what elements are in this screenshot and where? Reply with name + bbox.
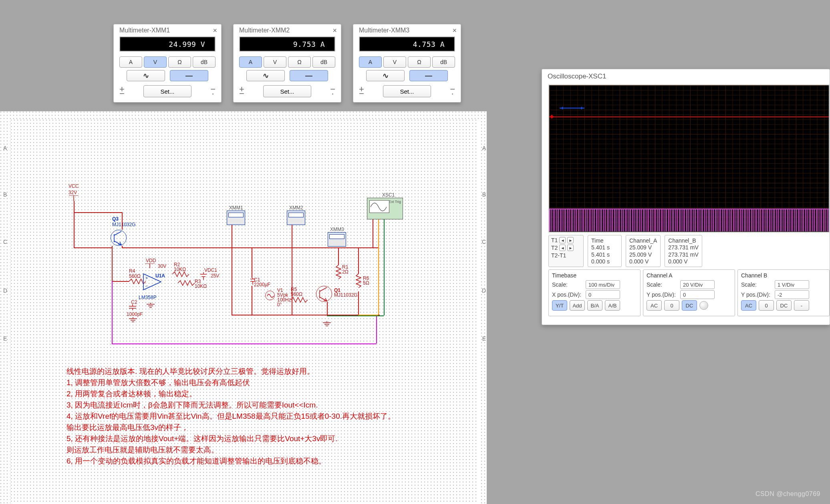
svg-text:−: − [145,283,148,288]
multimeter-xmm3[interactable]: Multimeter-XMM3 × 4.753 A A V Ω dB ∿ ― +… [353,24,461,102]
v1-a: 5Vpk [277,292,288,298]
cha-ypos-input[interactable]: 0 [680,290,715,299]
annotation-line: 4, 运放和Vref的电压需要用Vin甚至比Vin高。但是LM358最高只能正负… [66,411,395,422]
readout-value: 25.009 V [629,244,657,251]
mode-button-db[interactable]: dB [193,56,216,68]
oscilloscope-symbol[interactable]: Ext Trig [367,198,403,219]
v1-ref: V1 [277,287,283,293]
battery-icon [199,272,208,281]
cap-icon [128,304,137,311]
ypos-label: Y pos.(Div): [647,291,678,298]
panel-title: Timebase [552,272,637,279]
annotation-line: 2, 用两管复合或者达林顿，输出稳定。 [66,388,197,400]
btn-cha-ac[interactable]: AC [647,300,662,311]
annotation-line: 则运放工作电压就是辅助电压就不需要太高。 [66,444,219,456]
close-icon[interactable]: × [213,27,217,34]
cursor-left-button[interactable]: ◄ [559,237,566,243]
mode-button-a[interactable]: A [359,56,382,68]
timebase-scale-input[interactable]: 100 ms/Div [586,280,620,289]
multimeter-title: Multimeter-XMM2 [239,27,290,34]
mode-button-a[interactable]: A [239,56,262,68]
oscilloscope-readout: T1◄► T2◄► T2-T1 Time 5.401 s 5.401 s 0.0… [548,235,830,267]
wave-sine-button[interactable]: ∿ [246,70,285,81]
wave-dc-button[interactable]: ― [290,70,328,81]
cap-icon [248,278,256,286]
readout-header-cha: Channel_A [629,237,657,244]
opamp-icon[interactable]: +− [143,273,163,291]
btn-ab[interactable]: A/B [605,300,620,311]
ypos-label: Y pos.(Div): [741,291,772,298]
cha-knob[interactable] [699,301,708,310]
xmm2-symbol[interactable] [287,211,305,225]
xmm1-symbol[interactable] [227,211,245,225]
mode-button-ohm[interactable]: Ω [408,56,431,68]
r4-ref: R4 [129,268,135,274]
annotation-line: 3, 因为电流接近Icm时，β会急剧下降而无法调整。所以可能需要Iout<<Ic… [66,400,318,411]
schematic-sheet[interactable]: A B C D E A B C D E VCC 32V Q3 MJ11032G [0,111,487,504]
r1-ref: R1 [342,264,348,270]
readout-value: 273.731 mV [668,251,699,258]
cursor-t2-label: T2 [551,245,558,251]
set-button[interactable]: Set... [143,85,191,97]
mode-button-v[interactable]: V [383,56,406,68]
ruler-mark: C [3,239,7,245]
trace-channel-b-fill [549,209,829,231]
btn-chb-ac[interactable]: AC [741,300,756,311]
set-button[interactable]: Set... [263,85,311,97]
btn-add[interactable]: Add [570,300,585,311]
mode-button-a[interactable]: A [119,56,142,68]
chb-ypos-input[interactable]: -2 [775,290,809,299]
panel-title: Channel B [741,272,826,279]
transistor-q3[interactable] [111,230,127,246]
transistor-q1[interactable] [316,286,332,302]
chb-scale-input[interactable]: 1 V/Div [775,280,809,289]
wave-dc-button[interactable]: ― [409,70,448,81]
schematic-canvas[interactable]: VCC 32V Q3 MJ11032G R4 560Ω [10,119,479,504]
vdd-label: VDD [146,258,156,263]
wave-sine-button[interactable]: ∿ [366,70,405,81]
btn-yt[interactable]: Y/T [552,300,567,311]
wave-dc-button[interactable]: ― [170,70,208,81]
btn-ba[interactable]: B/A [587,300,602,311]
cursor-left-button[interactable]: ◄ [559,245,566,251]
cha-scale-input[interactable]: 20 V/Div [680,280,715,289]
trace-channel-a [549,116,829,117]
cursor-controls[interactable]: T1◄► T2◄► T2-T1 [548,235,584,267]
multimeter-xmm2[interactable]: Multimeter-XMM2 × 9.753 A A V Ω dB ∿ ― +… [233,24,341,102]
cursor-marker[interactable] [560,108,584,108]
btn-cha-0[interactable]: 0 [664,300,679,311]
mode-button-db[interactable]: dB [312,56,335,68]
timebase-xpos-input[interactable]: 0 [586,290,620,299]
multimeter-title: Multimeter-XMM1 [119,27,170,34]
set-button[interactable]: Set... [383,85,431,97]
btn-cha-dc[interactable]: DC [682,300,697,311]
xmm1-label: XMM1 [229,205,243,211]
mode-button-v[interactable]: V [264,56,286,68]
mode-button-ohm[interactable]: Ω [288,56,311,68]
btn-chb-dc[interactable]: DC [776,300,792,311]
cursor-right-button[interactable]: ► [567,237,574,243]
panel-channel-b: Channel B Scale:1 V/Div Y pos.(Div):-2 A… [737,269,830,316]
multimeter-xmm1[interactable]: Multimeter-XMM1 × 24.999 V A V Ω dB ∿ ― … [113,24,222,102]
q3-part: MJ11032G [112,222,136,227]
mode-button-v[interactable]: V [144,56,167,68]
btn-chb-invert[interactable]: - [794,300,809,311]
readout-value: 5.401 s [591,251,618,258]
ac-source-icon[interactable] [265,291,275,300]
plus-minus-icon: +− [119,87,125,96]
oscilloscope-window[interactable]: Oscilloscope-XSC1 × T1◄► T2◄► T2-T1 Time… [542,69,830,325]
resistor-icon [336,265,341,283]
scale-label: Scale: [647,281,678,288]
q1-ref: Q1 [334,287,340,293]
plus-minus-icon: +− [359,87,364,96]
resistor-icon [291,297,310,303]
wave-sine-button[interactable]: ∿ [127,70,165,81]
mode-button-ohm[interactable]: Ω [168,56,191,68]
xmm3-symbol[interactable] [328,232,346,247]
close-icon[interactable]: × [332,27,337,34]
close-icon[interactable]: × [452,27,457,34]
btn-chb-0[interactable]: 0 [759,300,774,311]
oscilloscope-screen[interactable] [548,84,830,233]
mode-button-db[interactable]: dB [432,56,455,68]
cursor-right-button[interactable]: ► [567,245,574,251]
